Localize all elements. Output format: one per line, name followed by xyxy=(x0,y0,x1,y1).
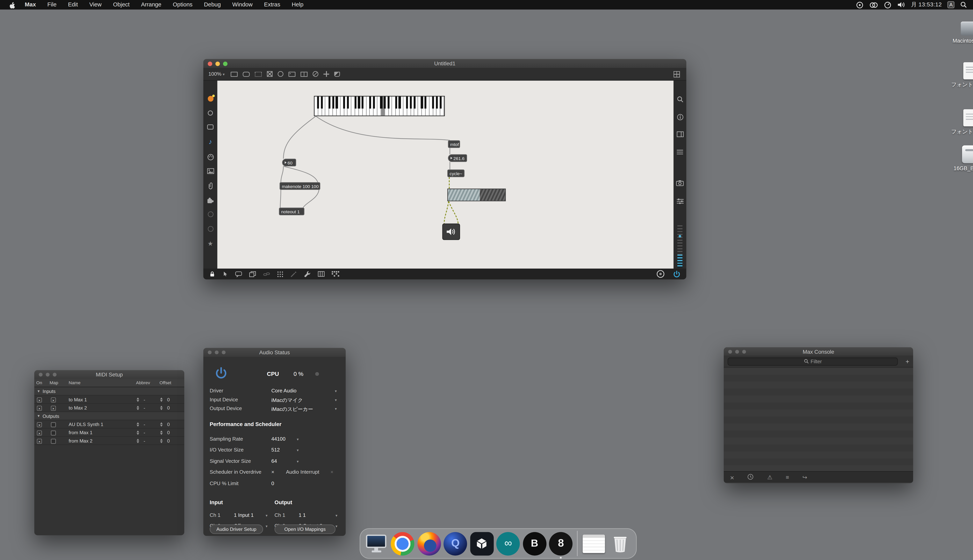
object-cycle[interactable]: cycle~ xyxy=(447,170,465,177)
open-io-mappings-button[interactable]: Open I/O Mappings xyxy=(274,524,336,534)
abbrev-stepper[interactable] xyxy=(137,438,139,443)
object-makenote[interactable]: makenote 100 100 xyxy=(280,182,320,190)
desktop-icon-macintosh-hd[interactable]: Macintosh_HD xyxy=(946,22,973,44)
close-button[interactable] xyxy=(728,350,732,353)
midi-section-outputs[interactable]: ▼Outputs xyxy=(34,412,184,420)
patcher-canvas[interactable]: 60 makenote 100 100 noteout 1 mtof 261.6… xyxy=(217,81,674,269)
audio-driver-setup-button[interactable]: Audio Driver Setup xyxy=(210,524,263,534)
overdrive-checkbox[interactable]: × xyxy=(271,469,274,475)
menu-item-extras[interactable]: Extras xyxy=(258,0,286,10)
grid-dots-icon[interactable] xyxy=(277,271,284,277)
abbrev-stepper[interactable] xyxy=(137,430,139,435)
midi-titlebar[interactable]: MIDI Setup xyxy=(34,370,184,379)
inspector-info-icon[interactable] xyxy=(674,113,686,120)
add-filter-icon[interactable]: + xyxy=(906,358,909,365)
output-device-select[interactable]: iMacのスピーカー xyxy=(271,406,313,413)
zoom-control[interactable]: 100%▾ xyxy=(208,71,224,77)
select-cursor-icon[interactable] xyxy=(222,270,228,277)
new-dial-icon[interactable] xyxy=(313,71,319,77)
ring-icon[interactable] xyxy=(203,110,217,115)
attachment-clip-icon[interactable] xyxy=(203,182,217,190)
dock-trash-icon[interactable] xyxy=(608,531,632,556)
kslider-black-key[interactable] xyxy=(354,97,356,108)
kslider-black-key[interactable] xyxy=(440,97,441,108)
disclosure-icon[interactable]: ▼ xyxy=(37,414,40,418)
favorites-star-icon[interactable]: ★ xyxy=(203,241,217,247)
windows-stack-icon[interactable] xyxy=(249,271,256,277)
chevron-down-icon[interactable]: ▾ xyxy=(335,407,337,411)
kslider-black-key[interactable] xyxy=(336,97,338,108)
kslider-black-key[interactable] xyxy=(328,97,330,108)
menu-item-help[interactable]: Help xyxy=(286,0,309,10)
kslider-black-key[interactable] xyxy=(410,97,412,108)
disclosure-icon[interactable]: ▼ xyxy=(37,389,40,393)
dim-tool-icon[interactable] xyxy=(203,212,217,217)
wrench-icon[interactable] xyxy=(304,270,311,277)
output-ch1-select[interactable]: 1 1 xyxy=(299,512,306,518)
comments-bubble-icon[interactable] xyxy=(235,271,242,277)
dock-app-b-icon[interactable]: B xyxy=(522,531,547,556)
on-checkbox[interactable]: × xyxy=(37,422,42,427)
dock-arduino-icon[interactable]: ∞ xyxy=(496,531,520,556)
menu-item-window[interactable]: Window xyxy=(227,0,258,10)
kslider-black-key[interactable] xyxy=(343,97,345,108)
new-message-icon[interactable] xyxy=(243,72,250,77)
status-orange-icon[interactable] xyxy=(203,96,217,102)
zoom-button[interactable] xyxy=(53,373,57,377)
offset-stepper[interactable] xyxy=(160,397,163,402)
status-gauge-icon[interactable] xyxy=(884,1,891,8)
number-box-frequency[interactable]: 261.6 xyxy=(448,154,467,162)
kslider-black-key[interactable] xyxy=(406,97,408,108)
paint-bucket-icon[interactable] xyxy=(334,72,340,77)
kslider-black-key[interactable] xyxy=(432,97,434,108)
offset-stepper[interactable] xyxy=(160,405,163,410)
on-checkbox[interactable]: × xyxy=(37,397,42,402)
menu-item-object[interactable]: Object xyxy=(107,0,135,10)
abbrev-stepper[interactable] xyxy=(137,397,139,402)
ezdac-speaker-button[interactable] xyxy=(442,223,460,240)
close-button[interactable] xyxy=(39,373,43,377)
step-grid-icon[interactable] xyxy=(332,271,339,277)
dock-chrome-icon[interactable] xyxy=(391,531,415,556)
lock-icon[interactable] xyxy=(209,270,216,277)
add-object-icon[interactable] xyxy=(324,71,329,77)
apple-menu-icon[interactable] xyxy=(9,1,15,8)
new-toggle-icon[interactable] xyxy=(267,71,273,77)
kslider-black-key[interactable] xyxy=(358,97,360,108)
kslider-black-key[interactable] xyxy=(317,97,319,108)
console-titlebar[interactable]: Max Console xyxy=(724,347,913,355)
signal-vector-select[interactable]: 64 xyxy=(271,458,277,464)
audio-titlebar[interactable]: Audio Status xyxy=(203,348,346,357)
map-checkbox[interactable]: × xyxy=(51,397,56,402)
map-checkbox[interactable] xyxy=(51,422,56,427)
sampling-rate-select[interactable]: 44100 xyxy=(271,436,286,442)
kslider-black-key[interactable] xyxy=(373,97,375,108)
clear-console-icon[interactable]: × xyxy=(730,473,734,481)
jump-to-object-icon[interactable]: ↪ xyxy=(802,474,807,480)
object-mtof[interactable]: mtof xyxy=(448,140,460,148)
offset-stepper[interactable] xyxy=(160,422,163,427)
sidebar-columns-icon[interactable] xyxy=(674,132,686,137)
console-list-icon[interactable] xyxy=(674,149,686,155)
close-button[interactable] xyxy=(208,350,212,354)
offset-stepper[interactable] xyxy=(160,438,163,443)
kslider-black-key[interactable] xyxy=(332,97,334,108)
chevron-down-icon[interactable]: ▾ xyxy=(336,524,338,528)
media-image-icon[interactable] xyxy=(203,168,217,174)
zoom-button[interactable] xyxy=(742,350,746,353)
driver-select[interactable]: Core Audio xyxy=(271,388,296,393)
kslider[interactable] xyxy=(314,96,445,116)
packages-puzzle-icon[interactable] xyxy=(203,197,217,204)
on-checkbox[interactable]: × xyxy=(37,405,42,410)
new-slider-icon[interactable] xyxy=(301,72,308,77)
chevron-down-icon[interactable]: ▾ xyxy=(335,397,337,402)
dock-firefox-icon[interactable] xyxy=(417,531,441,556)
message-lines-icon[interactable]: ≡ xyxy=(786,474,789,480)
chevron-down-icon[interactable]: ▾ xyxy=(335,388,337,393)
offset-stepper[interactable] xyxy=(160,430,163,435)
menu-item-view[interactable]: View xyxy=(84,0,107,10)
chevron-down-icon[interactable]: ▾ xyxy=(266,524,267,528)
kslider-black-key[interactable] xyxy=(413,97,415,108)
patcher-titlebar[interactable]: Untitled1 xyxy=(203,59,686,68)
new-object-icon[interactable] xyxy=(231,72,238,77)
